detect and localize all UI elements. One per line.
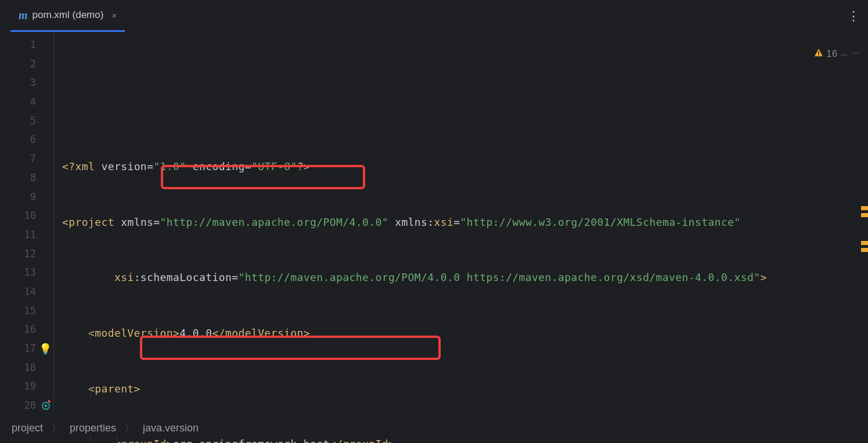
- svg-point-1: [45, 404, 47, 406]
- code-line[interactable]: <groupId>org.springframework.boot</group…: [54, 435, 868, 443]
- tab-filename: pom.xml (demo): [33, 9, 104, 21]
- svg-rect-3: [818, 55, 819, 56]
- code-line[interactable]: <parent>: [54, 380, 868, 399]
- tab-bar: m pom.xml (demo) × ⋮: [0, 0, 868, 32]
- svg-rect-2: [818, 51, 819, 54]
- warning-icon: [791, 38, 823, 70]
- code-area[interactable]: 16 ︿ ﹀ <?xml version="1.0" encoding="UTF…: [54, 32, 868, 412]
- error-stripe-marker[interactable]: [861, 248, 868, 252]
- code-line[interactable]: <project xmlns="http://maven.apache.org/…: [54, 213, 868, 232]
- line-number-gutter: 1 2 3 4 5 6 7 8 9 10 11 12 13 14 15 16 1…: [0, 32, 54, 412]
- intention-bulb-icon[interactable]: 💡: [39, 339, 51, 358]
- breadcrumb-item[interactable]: project: [12, 422, 43, 434]
- code-line[interactable]: <?xml version="1.0" encoding="UTF-8"?>: [54, 157, 868, 177]
- next-highlight-icon[interactable]: ﹀: [852, 49, 860, 59]
- error-stripe-marker[interactable]: [861, 213, 868, 217]
- error-stripe-marker[interactable]: [861, 241, 868, 245]
- code-line[interactable]: <modelVersion>4.0.0</modelVersion>: [54, 324, 868, 343]
- tab-more-menu[interactable]: ⋮: [847, 0, 868, 32]
- editor[interactable]: 1 2 3 4 5 6 7 8 9 10 11 12 13 14 15 16 1…: [0, 32, 868, 412]
- warning-count: 16: [827, 49, 838, 59]
- error-stripe-marker[interactable]: [861, 206, 868, 210]
- editor-tab-pom[interactable]: m pom.xml (demo) ×: [10, 0, 125, 32]
- inspection-widget[interactable]: 16 ︿ ﹀: [791, 38, 860, 70]
- close-tab-icon[interactable]: ×: [111, 10, 117, 20]
- prev-highlight-icon[interactable]: ︿: [841, 49, 848, 59]
- maven-file-icon: m: [19, 9, 28, 22]
- run-gutter-icon[interactable]: [41, 396, 52, 415]
- code-line[interactable]: xsi:schemaLocation="http://maven.apache.…: [54, 268, 868, 287]
